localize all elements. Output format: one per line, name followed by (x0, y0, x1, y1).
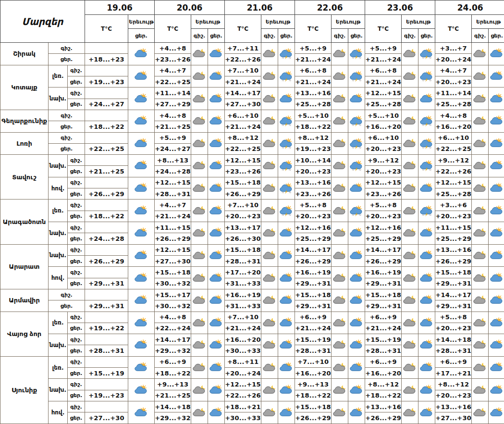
night-icon-cell (261, 65, 278, 87)
day-icon-cell (489, 244, 504, 267)
moon-behind-cloud-icon (191, 183, 208, 194)
moon-behind-cloud-icon (472, 93, 488, 104)
thunderstorm-rain-icon (278, 183, 295, 194)
sun-behind-cloud-icon (489, 227, 504, 238)
day-icon-cell (348, 132, 365, 155)
page-title: Մարզեր (0, 0, 85, 43)
day-temp-cell: +21...+24 (155, 211, 191, 222)
day-temp-cell: +28...+31 (225, 255, 261, 266)
moon-behind-cloud-icon (191, 205, 208, 216)
day-temp-cell: +22...+25 (225, 143, 261, 154)
sun-behind-cloud-icon (418, 93, 435, 104)
region-cell: Տավուշ (0, 155, 49, 200)
night-temp-cell: +4...+7 (155, 65, 191, 76)
night-temp-cell (85, 65, 128, 76)
day-temp-cell: +24...+27 (155, 143, 191, 154)
time-label-day: ցեր. (68, 390, 85, 401)
day-temp-cell: +28...+31 (435, 345, 472, 356)
night-temp-cell (85, 356, 128, 367)
night-temp-cell (85, 177, 128, 188)
day-icon-cell (128, 110, 155, 132)
moon-behind-cloud-icon (261, 250, 278, 261)
day-temp-cell: +30...+32 (155, 300, 191, 312)
night-icon-cell (332, 379, 348, 401)
day-temp-cell: +20...+23 (295, 166, 332, 177)
day-temp-cell: +26...+29 (365, 255, 402, 266)
night-temp-cell: +3...+7 (435, 43, 472, 54)
day-subheader: ցեր. (278, 29, 295, 43)
night-temp-cell: +7...+10 (225, 312, 261, 323)
day-icon-cell (128, 65, 155, 87)
day-temp-cell: +21...+24 (225, 323, 261, 334)
moon-behind-cloud-icon (472, 407, 488, 418)
time-label-night: գիշ. (49, 110, 85, 121)
thunderstorm-rain-icon (278, 48, 295, 59)
temp-header: T°C (85, 15, 128, 43)
day-temp-cell: +24...+28 (85, 233, 128, 244)
night-icon-cell (332, 65, 348, 87)
sun-behind-cloud-icon (208, 295, 224, 306)
night-temp-cell: +14...+17 (365, 244, 402, 255)
night-subheader: գիշ. (191, 29, 208, 43)
moon-behind-cloud-icon (402, 362, 418, 373)
day-icon-cell (128, 289, 155, 312)
sun-behind-cloud-icon (489, 250, 504, 261)
table-row: նախ.գիշ.+11...+14+14...+17+13...+16+12..… (0, 87, 504, 99)
night-temp-cell: +18...+21 (225, 401, 261, 412)
sun-behind-cloud-icon (489, 93, 504, 104)
night-temp-cell: +6...+9 (365, 356, 402, 367)
night-temp-cell: +8...+12 (295, 132, 332, 143)
night-icon-cell (472, 244, 489, 267)
night-temp-cell: +4...+8 (155, 312, 191, 323)
sun-behind-cloud-icon (418, 362, 435, 373)
moon-behind-cloud-icon (191, 138, 208, 149)
day-icon-cell (418, 244, 435, 267)
night-temp-cell: +15...+18 (435, 267, 472, 278)
sun-behind-cloud-icon (489, 48, 504, 59)
moon-behind-cloud-icon (191, 273, 208, 284)
moon-behind-cloud-icon (261, 115, 278, 126)
day-icon-cell (418, 177, 435, 200)
day-icon-cell (348, 356, 365, 379)
moon-behind-cloud-icon (402, 48, 418, 59)
sun-behind-cloud-icon (128, 93, 154, 104)
night-temp-cell: +5...+9 (155, 132, 191, 143)
sun-behind-cloud-icon (418, 385, 435, 396)
day-temp-cell: +29...+31 (295, 278, 332, 289)
region-cell: Կոտայք (0, 65, 49, 110)
night-icon-cell (261, 200, 278, 222)
moon-behind-cloud-icon (332, 362, 348, 373)
day-icon-cell (348, 312, 365, 334)
day-icon-cell (278, 401, 295, 424)
thunderstorm-rain-icon (418, 48, 435, 59)
night-icon-cell (332, 87, 348, 110)
night-temp-cell: +11...+14 (155, 87, 191, 99)
time-label-day: ցեր. (68, 345, 85, 356)
night-temp-cell: +6...+10 (435, 132, 472, 143)
moon-behind-cloud-icon (402, 115, 418, 126)
night-icon-cell (402, 222, 418, 245)
day-temp-cell: +22...+25 (155, 76, 191, 87)
day-temp-cell: +20...+23 (435, 323, 472, 334)
day-subheader: ցեր. (418, 29, 435, 43)
night-icon-cell (332, 132, 348, 155)
night-temp-cell: +16...+19 (225, 289, 261, 300)
moon-behind-cloud-icon (261, 160, 278, 171)
region-cell: Շիրակ (0, 43, 49, 65)
night-icon-cell (402, 200, 418, 222)
day-icon-cell (128, 401, 155, 424)
night-icon-cell (472, 110, 489, 132)
night-icon-cell (402, 87, 418, 110)
moon-behind-cloud-icon (261, 93, 278, 104)
night-icon-cell (402, 267, 418, 289)
sun-behind-cloud-icon (208, 273, 224, 284)
moon-behind-cloud-icon (191, 227, 208, 238)
night-icon-cell (261, 267, 278, 289)
moon-behind-cloud-icon (332, 227, 348, 238)
day-icon-cell (418, 334, 435, 357)
day-temp-cell: +20...+23 (365, 166, 402, 177)
day-icon-cell (208, 401, 225, 424)
day-icon-cell (418, 401, 435, 424)
night-temp-cell: +13...+16 (365, 401, 402, 412)
day-temp-cell: +21...+24 (365, 323, 402, 334)
